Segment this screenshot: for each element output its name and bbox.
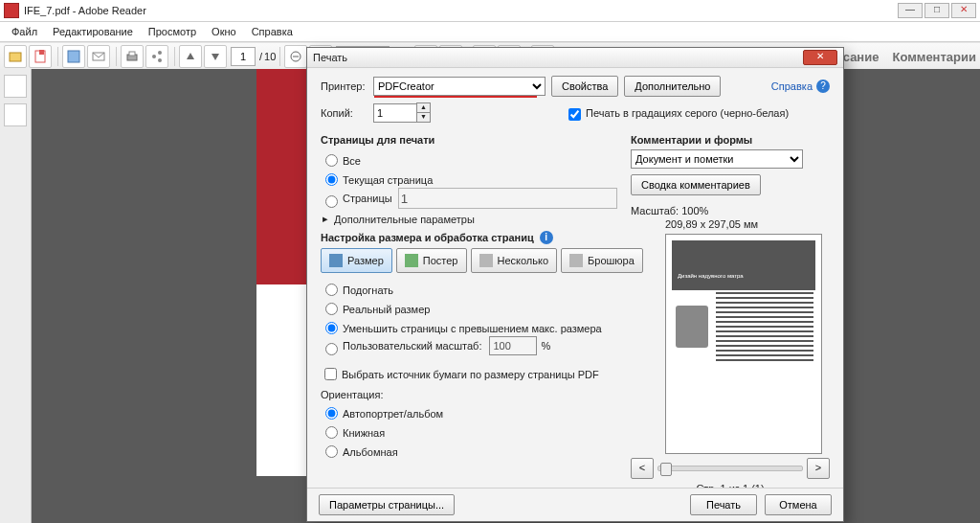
orient-portrait-label: Книжная: [343, 427, 385, 439]
orient-portrait-radio[interactable]: [325, 426, 338, 439]
tool-email-icon[interactable]: [87, 45, 110, 68]
properties-button[interactable]: Свойства: [551, 76, 618, 97]
preview-text-lines: [716, 292, 813, 361]
page-sep: /: [259, 51, 262, 62]
preview-prev-button[interactable]: <: [631, 458, 654, 479]
panel-tab-comments[interactable]: Комментарии: [892, 50, 976, 64]
choose-source-label: Выбрать источник бумаги по размеру стран…: [342, 369, 599, 380]
thumbnails-panel-icon[interactable]: [4, 75, 27, 98]
dialog-titlebar: Печать ✕: [307, 48, 843, 68]
mode-multiple-button[interactable]: Несколько: [471, 248, 558, 273]
zoom-out-icon[interactable]: [284, 45, 307, 68]
window-maximize-button[interactable]: □: [924, 3, 949, 18]
doc-background-page: [256, 284, 309, 476]
pages-input[interactable]: [398, 188, 617, 209]
preview-banner: [672, 240, 815, 290]
svg-rect-2: [39, 50, 44, 55]
tool-open-icon[interactable]: [4, 45, 27, 68]
page-down-icon[interactable]: [204, 45, 227, 68]
booklet-mode-icon: [569, 254, 583, 267]
range-pages-radio[interactable]: [325, 195, 338, 208]
expand-icon[interactable]: ▸: [321, 213, 330, 225]
menu-help[interactable]: Справка: [244, 22, 301, 41]
window-close-button[interactable]: ✕: [951, 3, 976, 18]
printer-select[interactable]: PDFCreator: [373, 77, 546, 96]
menu-view[interactable]: Просмотр: [141, 22, 204, 41]
orient-landscape-radio[interactable]: [325, 445, 338, 458]
help-icon[interactable]: ?: [816, 80, 830, 93]
grayscale-label: Печать в градациях серого (черно-белая): [586, 107, 789, 119]
advanced-button[interactable]: Дополнительно: [624, 76, 721, 97]
preview-next-button[interactable]: >: [807, 458, 830, 479]
dialog-close-button[interactable]: ✕: [803, 50, 837, 65]
print-button[interactable]: Печать: [690, 494, 757, 515]
copies-input[interactable]: [373, 103, 417, 123]
svg-rect-6: [129, 52, 135, 56]
actual-radio[interactable]: [325, 303, 338, 315]
orientation-label: Ориентация:: [321, 389, 617, 400]
actual-label: Реальный размер: [343, 304, 430, 315]
left-column: Страницы для печати Все Текущая страница…: [321, 128, 617, 488]
menubar: Файл Редактирование Просмотр Окно Справк…: [0, 22, 980, 42]
tool-create-icon[interactable]: [29, 45, 52, 68]
page-up-icon[interactable]: [179, 45, 202, 68]
comments-section-header: Комментарии и формы: [631, 134, 830, 146]
menu-edit[interactable]: Редактирование: [45, 22, 141, 41]
doc-background-red: [256, 69, 309, 284]
menu-window[interactable]: Окно: [204, 22, 244, 41]
more-parameters-link[interactable]: Дополнительные параметры: [334, 214, 475, 225]
mode-poster-button[interactable]: Постер: [396, 248, 467, 273]
tool-save-icon[interactable]: [62, 45, 85, 68]
dialog-body: Принтер: PDFCreator Свойства Дополнитель…: [307, 68, 843, 488]
poster-mode-icon: [405, 254, 418, 267]
custom-scale-radio[interactable]: [325, 343, 338, 355]
multiple-mode-icon: [479, 254, 493, 267]
grayscale-checkbox[interactable]: [568, 108, 581, 121]
range-current-radio[interactable]: [325, 173, 338, 186]
fit-radio[interactable]: [325, 284, 338, 296]
printer-label: Принтер:: [321, 80, 373, 92]
size-mode-icon: [329, 254, 343, 267]
dialog-footer: Параметры страницы... Печать Отмена: [307, 488, 843, 521]
mode-size-label: Размер: [347, 255, 384, 266]
scale-readout: Масштаб: 100%: [631, 205, 830, 216]
choose-source-checkbox[interactable]: [324, 368, 337, 380]
app-icon: [4, 3, 19, 18]
orient-auto-label: Автопортрет/альбом: [343, 408, 443, 420]
custom-scale-label: Пользовательский масштаб:: [343, 340, 481, 352]
print-preview: Дизайн надувного матра: [665, 234, 822, 454]
orient-auto-radio[interactable]: [325, 407, 338, 420]
summary-button[interactable]: Сводка комментариев: [631, 174, 761, 195]
copies-label: Копий:: [321, 107, 373, 119]
page-setup-button[interactable]: Параметры страницы...: [319, 494, 455, 515]
attachments-panel-icon[interactable]: [4, 103, 27, 126]
tool-print-icon[interactable]: [121, 45, 144, 68]
svg-point-7: [152, 55, 156, 58]
separator: [57, 47, 58, 66]
percent-label: %: [541, 340, 550, 352]
tool-share-icon[interactable]: [145, 45, 168, 68]
mode-multiple-label: Несколько: [498, 255, 549, 266]
help-link[interactable]: Справка: [771, 80, 813, 92]
cancel-button[interactable]: Отмена: [765, 494, 832, 515]
copies-up-icon[interactable]: ▲: [416, 102, 431, 113]
menu-file[interactable]: Файл: [4, 22, 45, 41]
comments-select[interactable]: Документ и пометки: [631, 149, 803, 169]
left-rail: [0, 69, 32, 523]
preview-slider-thumb[interactable]: [660, 463, 672, 476]
mode-size-button[interactable]: Размер: [321, 248, 392, 273]
range-all-radio[interactable]: [325, 154, 338, 167]
shrink-radio[interactable]: [325, 322, 338, 334]
annotation-underline: [374, 96, 537, 98]
preview-slider[interactable]: [657, 466, 803, 471]
fit-label: Подогнать: [343, 284, 393, 296]
copies-down-icon[interactable]: ▼: [416, 113, 431, 123]
custom-scale-input[interactable]: [489, 336, 537, 355]
window-minimize-button[interactable]: —: [898, 3, 923, 18]
window-title: IFE_7.pdf - Adobe Reader: [24, 5, 896, 16]
preview-title: Дизайн надувного матра: [678, 273, 744, 279]
info-icon[interactable]: i: [540, 231, 553, 244]
right-column: Комментарии и формы Документ и пометки С…: [617, 128, 830, 488]
paper-dims: 209,89 x 297,05 мм: [665, 218, 830, 230]
page-current-input[interactable]: [231, 47, 256, 66]
